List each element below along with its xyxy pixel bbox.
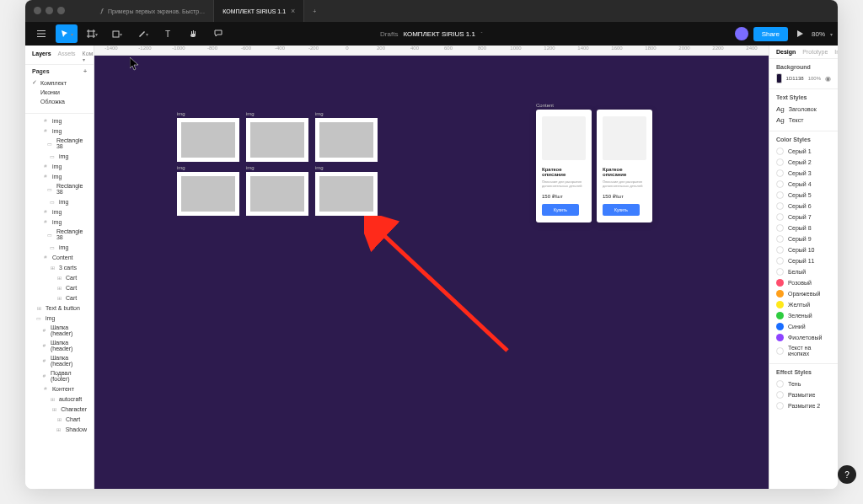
layer-row[interactable]: #img	[29, 217, 90, 227]
color-style-item[interactable]: Белый	[776, 266, 831, 277]
color-hex[interactable]: 1D1138	[786, 76, 804, 81]
fullscreen-window-icon[interactable]	[57, 7, 65, 14]
layer-row[interactable]: ▭Rectangle 38	[29, 136, 90, 151]
file-tab[interactable]: 𝒇 Примеры первых экранов. Быстр…	[93, 0, 214, 22]
effect-style-item[interactable]: Тень	[776, 378, 831, 389]
page-item[interactable]: Обложка	[29, 97, 90, 106]
tab-layers[interactable]: Layers	[32, 51, 51, 62]
layer-row[interactable]: #Content	[29, 252, 90, 262]
layer-row[interactable]: ⊞Chart	[29, 414, 90, 424]
file-tab-active[interactable]: КОМПЛЕКТ SIRIUS 1.1 ×	[214, 0, 304, 22]
layer-row[interactable]: #img	[29, 161, 90, 171]
visibility-toggle-icon[interactable]: ◉	[825, 75, 831, 83]
color-style-item[interactable]: Серый 8	[776, 223, 831, 233]
layer-row[interactable]: #Контент	[29, 383, 90, 394]
layer-row[interactable]: #img	[29, 206, 90, 217]
text-style-item[interactable]: AgЗаголовок	[776, 104, 831, 115]
layer-row[interactable]: #Шапка (header)	[29, 338, 90, 353]
color-style-item[interactable]: Серый 4	[776, 179, 831, 190]
image-frame[interactable]	[177, 172, 239, 216]
tab-prototype[interactable]: Prototype	[802, 49, 828, 55]
layer-row[interactable]: ⊞autocraft	[29, 394, 90, 404]
color-style-item[interactable]: Серый 11	[776, 255, 831, 266]
image-frame[interactable]	[246, 118, 308, 162]
color-style-item[interactable]: Серый 9	[776, 233, 831, 244]
layer-row[interactable]: ▭img	[29, 196, 90, 206]
text-style-item[interactable]: AgТекст	[776, 115, 831, 126]
present-button[interactable]	[793, 27, 807, 40]
color-style-item[interactable]: Фиолетовый	[776, 332, 831, 343]
close-window-icon[interactable]	[34, 7, 41, 14]
close-tab-icon[interactable]: ×	[291, 7, 295, 15]
layer-row[interactable]: ▭img	[29, 313, 90, 323]
color-style-item[interactable]: Оранжевый	[776, 288, 831, 299]
color-style-item[interactable]: Серый 3	[776, 168, 831, 179]
layer-row[interactable]: ⊞Text & button	[29, 303, 90, 313]
pen-tool-button[interactable]: ▾	[131, 24, 153, 43]
background-color-row[interactable]: 1D1138 100% ◉	[776, 73, 831, 83]
minimize-window-icon[interactable]	[46, 7, 53, 14]
tab-design[interactable]: Design	[776, 49, 796, 55]
user-avatar[interactable]	[735, 27, 748, 40]
color-style-item[interactable]: Розовый	[776, 277, 831, 288]
zoom-level[interactable]: 80%	[812, 30, 825, 38]
effect-style-item[interactable]: Размытие	[776, 389, 831, 400]
color-style-item[interactable]: Серый 1	[776, 146, 831, 157]
chevron-down-icon[interactable]: ▾	[830, 31, 833, 37]
color-style-item[interactable]: Серый 2	[776, 157, 831, 168]
chevron-down-icon[interactable]: ˅	[480, 31, 483, 37]
tab-inspect[interactable]: Inspect	[834, 49, 838, 55]
effect-style-item[interactable]: Размытие 2	[776, 400, 831, 411]
layer-row[interactable]: ⊞Cart	[29, 292, 90, 303]
buy-button[interactable]: Купить	[603, 204, 640, 216]
add-page-button[interactable]: +	[83, 68, 87, 74]
page-item[interactable]: ✓Комплект	[29, 78, 90, 88]
file-title[interactable]: КОМПЛЕКТ SIRIUS 1.1	[403, 30, 475, 38]
layer-row[interactable]: #Подвал (footer)	[29, 368, 90, 383]
page-selector[interactable]: Комплект ▾	[83, 51, 94, 62]
main-menu-button[interactable]	[30, 24, 52, 43]
layer-row[interactable]: #img	[29, 171, 90, 181]
color-style-item[interactable]: Желтый	[776, 299, 831, 310]
color-style-item[interactable]: Синий	[776, 321, 831, 332]
layer-row[interactable]: #img	[29, 126, 90, 136]
layer-row[interactable]: ▭Rectangle 38	[29, 227, 90, 242]
color-style-item[interactable]: Текст на кнопках	[776, 343, 831, 358]
shape-tool-button[interactable]: ▾	[106, 24, 128, 43]
image-frame[interactable]	[315, 118, 378, 162]
image-frame[interactable]	[177, 118, 239, 162]
layer-row[interactable]: ⊞Cart	[29, 282, 90, 292]
layer-row[interactable]: ⊞3 carts	[29, 262, 90, 272]
layer-row[interactable]: ⊞Cart	[29, 272, 90, 282]
buy-button[interactable]: Купить	[542, 204, 579, 216]
card-frame[interactable]: Краткое описание Описание для раскрытия …	[536, 110, 592, 223]
layer-row[interactable]: ▭img	[29, 242, 90, 252]
image-frame[interactable]	[315, 172, 378, 216]
layer-row[interactable]: ⊞Shadow	[29, 424, 90, 434]
color-style-item[interactable]: Серый 10	[776, 244, 831, 255]
text-tool-button[interactable]: T	[157, 24, 179, 43]
canvas[interactable]: img img img img img img Content Краткое …	[94, 56, 769, 489]
layer-row[interactable]: ▭img	[29, 151, 90, 161]
color-style-item[interactable]: Серый 6	[776, 201, 831, 212]
comment-tool-button[interactable]	[207, 24, 229, 43]
help-button[interactable]: ?	[838, 465, 856, 484]
layer-row[interactable]: ▭Rectangle 38	[29, 181, 90, 196]
layer-row[interactable]: #Шапка (header)	[29, 353, 90, 368]
move-tool-button[interactable]: ▾	[56, 24, 78, 43]
breadcrumb[interactable]: Drafts	[380, 30, 398, 38]
color-swatch[interactable]	[776, 73, 782, 83]
color-style-item[interactable]: Зеленый	[776, 310, 831, 321]
layer-row[interactable]: #img	[29, 115, 90, 126]
color-opacity[interactable]: 100%	[808, 76, 821, 81]
share-button[interactable]: Share	[753, 27, 788, 41]
image-frame[interactable]	[246, 172, 308, 216]
color-style-item[interactable]: Серый 7	[776, 212, 831, 223]
page-item[interactable]: Иконки	[29, 88, 90, 97]
tab-assets[interactable]: Assets	[58, 51, 76, 62]
card-frame[interactable]: Краткое описание Описание для раскрытия …	[597, 110, 652, 223]
layer-row[interactable]: #Шапка (header)	[29, 323, 90, 338]
color-style-item[interactable]: Серый 5	[776, 190, 831, 201]
hand-tool-button[interactable]	[182, 24, 204, 43]
frame-tool-button[interactable]: ▾	[81, 24, 103, 43]
